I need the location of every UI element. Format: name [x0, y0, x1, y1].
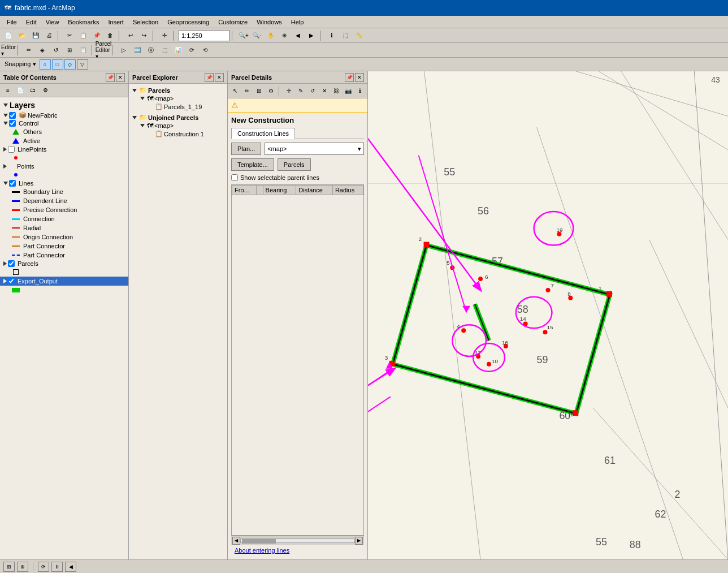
pe-close-btn[interactable]: ✕ — [215, 73, 224, 82]
vertex-btn[interactable]: ◈ — [36, 44, 49, 57]
measure-btn[interactable]: 📏 — [353, 29, 365, 42]
cut-btn[interactable]: ✂ — [63, 29, 76, 42]
pd-rotate-btn[interactable]: ↺ — [307, 85, 318, 97]
snap-end-btn[interactable]: ◇ — [64, 59, 76, 70]
export-checkbox[interactable] — [8, 278, 15, 285]
parcel-btn6[interactable]: ⟳ — [185, 44, 198, 57]
scale-input[interactable] — [179, 30, 229, 41]
pan-btn[interactable]: ✋ — [265, 29, 277, 42]
status-grid-btn[interactable]: ⊞ — [3, 562, 15, 572]
status-refresh-btn[interactable]: ⟳ — [38, 562, 49, 572]
pd-pencil-btn[interactable]: ✎ — [296, 85, 306, 97]
toc-close-btn[interactable]: ✕ — [116, 73, 125, 82]
toc-origin-conn[interactable]: Part Connector — [0, 242, 128, 251]
select-btn[interactable]: ⬚ — [339, 29, 352, 42]
paste-btn[interactable]: 📌 — [90, 29, 103, 42]
pd-plan-btn[interactable]: Plan... — [231, 143, 261, 155]
zoom-prev-btn[interactable]: ◀ — [292, 29, 304, 42]
menu-insert[interactable]: Insert — [103, 18, 128, 27]
toc-export-output[interactable]: Export_Output — [0, 277, 128, 286]
full-extent-btn[interactable]: ⊕ — [278, 29, 291, 42]
control-checkbox[interactable] — [9, 120, 16, 127]
pd-plan-select[interactable]: <map> ▾ — [265, 143, 364, 155]
menu-help[interactable]: Help — [287, 18, 309, 27]
save-btn[interactable]: 💾 — [29, 29, 42, 42]
toc-layers-section[interactable]: Layers — [0, 100, 128, 111]
pe-parcels-1-19[interactable]: 📋 Parcels_1_19 — [131, 102, 225, 111]
pd-pin-btn[interactable]: 📌 — [345, 73, 354, 82]
snap-opt-btn[interactable]: ▽ — [77, 59, 88, 70]
toc-connection[interactable]: Connection — [0, 214, 128, 223]
parcel-btn4[interactable]: ⬚ — [158, 44, 171, 57]
pd-parcels-btn[interactable]: Parcels — [278, 158, 311, 171]
lines-checkbox[interactable] — [9, 180, 16, 187]
toc-dependent-line[interactable]: Dependent Line — [0, 196, 128, 205]
pe-construction1[interactable]: 📋 Construction 1 — [131, 130, 225, 138]
toc-newfabric[interactable]: 📦 NewFabric — [0, 111, 128, 119]
pd-close-btn[interactable]: ✕ — [355, 73, 364, 82]
sketch-btn[interactable]: ✏ — [23, 44, 35, 57]
zoom-next-btn[interactable]: ▶ — [305, 29, 318, 42]
toc-lines[interactable]: Lines — [0, 179, 128, 187]
pd-grid-btn[interactable]: ⊞ — [254, 85, 265, 97]
newfabric-checkbox[interactable] — [9, 112, 16, 119]
attr-btn[interactable]: 📋 — [77, 44, 89, 57]
pd-scroll-track[interactable] — [240, 538, 355, 543]
toc-part-connector[interactable]: Part Connector — [0, 251, 128, 260]
pd-info-btn[interactable]: ℹ — [354, 85, 365, 97]
pd-tab-construction-lines[interactable]: Construction Lines — [231, 128, 295, 139]
pd-settings-btn[interactable]: ⚙ — [266, 85, 276, 97]
copy-btn[interactable]: 📋 — [77, 29, 89, 42]
redo-btn[interactable]: ↪ — [138, 29, 150, 42]
toc-points[interactable]: Points — [0, 162, 128, 170]
pd-camera-btn[interactable]: 📷 — [343, 85, 353, 97]
toc-linepoints[interactable]: LinePoints — [0, 145, 128, 153]
toc-pin-btn[interactable]: 📌 — [106, 73, 115, 82]
pe-map1[interactable]: 🗺 <map> — [131, 94, 225, 102]
menu-file[interactable]: File — [2, 18, 21, 27]
undo-btn[interactable]: ↩ — [124, 29, 137, 42]
toc-source-btn[interactable]: 📄 — [15, 85, 26, 96]
pd-scroll-right[interactable]: ▶ — [355, 537, 363, 545]
move-btn[interactable]: ✛ — [158, 29, 171, 42]
toc-precise-conn[interactable]: Precise Connection — [0, 205, 128, 214]
pe-pin-btn[interactable]: 📌 — [205, 73, 214, 82]
menu-view[interactable]: View — [41, 18, 64, 27]
snap-point-btn[interactable]: ○ — [40, 59, 51, 70]
menu-customize[interactable]: Customize — [214, 18, 252, 27]
parcel-btn2[interactable]: 🔤 — [131, 44, 144, 57]
pd-edit-btn[interactable]: ✏ — [242, 85, 253, 97]
menu-geoprocessing[interactable]: Geoprocessing — [163, 18, 214, 27]
pd-scroll-left[interactable]: ◀ — [232, 537, 240, 545]
pd-template-btn[interactable]: Template... — [231, 158, 274, 171]
pe-map2[interactable]: 🗺 <map> — [131, 122, 225, 130]
pd-delete2-btn[interactable]: ✕ — [319, 85, 330, 97]
map-area[interactable]: 43 55 56 57 58 59 60 61 62 55 88 99 2 — [368, 71, 728, 559]
parcel-btn5[interactable]: 📊 — [172, 44, 184, 57]
pe-parcels-root[interactable]: 📁 Parcels — [131, 86, 225, 94]
new-btn[interactable]: 📄 — [2, 29, 15, 42]
identify-btn[interactable]: ℹ — [326, 29, 338, 42]
pd-scroll-thumb[interactable] — [242, 539, 276, 544]
pd-selectable-checkbox[interactable] — [231, 174, 238, 181]
menu-bookmarks[interactable]: Bookmarks — [63, 18, 103, 27]
toc-road-frontage[interactable]: Origin Connection — [0, 232, 128, 242]
toc-layers-btn[interactable]: 🗂 — [27, 85, 38, 96]
zoom-out-btn[interactable]: 🔍- — [251, 29, 263, 42]
pe-unjoined[interactable]: 📁 Unjoined Parcels — [131, 113, 225, 122]
zoom-in-btn[interactable]: 🔍+ — [237, 29, 250, 42]
pd-scrollbar[interactable]: ◀ ▶ — [231, 536, 364, 545]
parcel-btn1[interactable]: ▷ — [118, 44, 130, 57]
toc-boundary-line[interactable]: Boundary Line — [0, 187, 128, 196]
snap-edit-btn[interactable]: ⊞ — [63, 44, 76, 57]
toc-others[interactable]: Others — [0, 127, 128, 136]
open-btn[interactable]: 📂 — [16, 29, 28, 42]
pd-cursor-btn[interactable]: ↖ — [230, 85, 241, 97]
menu-edit[interactable]: Edit — [21, 18, 41, 27]
pd-move-btn[interactable]: ✛ — [284, 85, 294, 97]
rotate-edit-btn[interactable]: ↺ — [50, 44, 62, 57]
toc-control[interactable]: Control — [0, 119, 128, 127]
pd-chain-btn[interactable]: ⛓ — [331, 85, 341, 97]
menu-windows[interactable]: Windows — [252, 18, 287, 27]
parcel-btn7[interactable]: ⟲ — [199, 44, 211, 57]
